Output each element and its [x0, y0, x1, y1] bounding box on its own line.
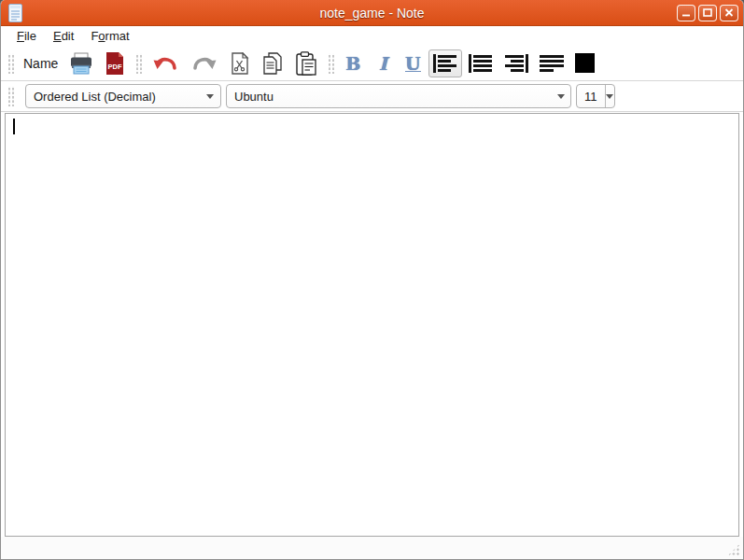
close-button[interactable] — [720, 5, 738, 21]
font-family-input[interactable] — [227, 85, 551, 107]
editor-container — [5, 113, 739, 537]
copy-button[interactable] — [257, 49, 288, 77]
text-color-button[interactable] — [570, 49, 599, 77]
align-justify-button[interactable] — [535, 49, 569, 77]
copy-icon — [261, 52, 284, 75]
undo-icon — [151, 53, 179, 74]
font-size-select[interactable]: 11 — [576, 84, 615, 108]
app-window: note_game - Note File Edit Format Name — [0, 0, 744, 560]
underline-button[interactable]: U — [399, 49, 427, 77]
redo-button[interactable] — [186, 49, 223, 77]
chevron-down-icon — [551, 85, 570, 107]
chevron-down-icon — [200, 85, 220, 107]
minimize-button[interactable] — [677, 5, 695, 21]
color-swatch — [575, 53, 595, 73]
format-toolbar: Ordered List (Decimal) 11 — [1, 81, 743, 112]
chevron-down-icon — [605, 85, 615, 107]
bold-button[interactable]: B — [339, 49, 367, 77]
minimize-icon — [681, 8, 691, 17]
paste-icon — [295, 51, 317, 76]
menu-edit[interactable]: Edit — [45, 28, 82, 44]
align-right-button[interactable] — [499, 49, 533, 77]
align-justify-icon — [540, 54, 564, 73]
redo-icon — [190, 53, 218, 74]
window-title: note_game - Note — [1, 6, 743, 21]
text-editor[interactable] — [6, 114, 738, 536]
toolbar-drag-handle[interactable] — [134, 53, 142, 74]
svg-text:PDF: PDF — [108, 63, 122, 71]
main-toolbar: Name PDF — [1, 46, 743, 81]
name-button[interactable]: Name — [19, 49, 63, 77]
italic-button[interactable]: I — [369, 49, 397, 77]
toolbar-drag-handle[interactable] — [7, 86, 14, 106]
align-right-icon — [504, 54, 528, 73]
list-style-select[interactable]: Ordered List (Decimal) — [25, 84, 221, 108]
paste-button[interactable] — [290, 49, 322, 77]
align-center-button[interactable] — [464, 49, 498, 77]
maximize-icon — [703, 8, 712, 17]
text-cursor — [13, 119, 15, 134]
toolbar-drag-handle[interactable] — [327, 53, 334, 74]
maximize-button[interactable] — [698, 5, 717, 21]
window-controls — [677, 5, 738, 21]
toolbar-drag-handle[interactable] — [7, 53, 14, 74]
align-left-button[interactable] — [428, 49, 462, 77]
font-family-combobox[interactable] — [226, 84, 571, 108]
cut-button[interactable] — [225, 49, 255, 77]
close-icon — [724, 8, 734, 17]
align-center-icon — [469, 54, 493, 73]
menu-file[interactable]: File — [8, 28, 45, 44]
align-left-icon — [433, 54, 457, 73]
resize-grip[interactable] — [727, 543, 740, 556]
export-pdf-button[interactable]: PDF — [100, 49, 130, 77]
pdf-icon: PDF — [105, 51, 125, 76]
printer-icon — [69, 52, 93, 75]
status-bar — [1, 537, 743, 559]
cut-icon — [230, 52, 250, 75]
notepad-icon — [6, 3, 25, 22]
print-button[interactable] — [64, 49, 98, 77]
menu-bar: File Edit Format — [1, 26, 743, 46]
menu-format[interactable]: Format — [82, 28, 137, 44]
list-style-value: Ordered List (Decimal) — [26, 90, 163, 104]
font-size-value: 11 — [577, 90, 605, 104]
undo-button[interactable] — [147, 49, 184, 77]
title-bar[interactable]: note_game - Note — [1, 0, 743, 26]
